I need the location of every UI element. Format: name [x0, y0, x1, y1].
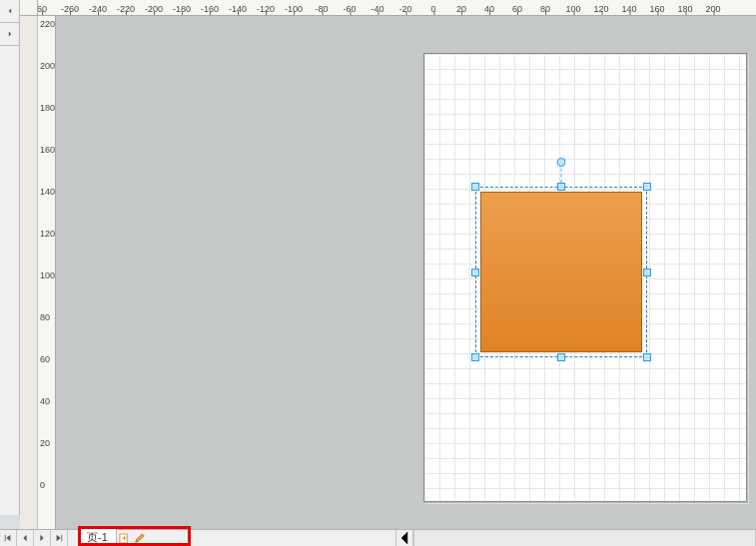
ruler-tick: 140 [621, 4, 636, 14]
ruler-tick: 0 [430, 4, 435, 14]
ruler-tick: 200 [705, 4, 720, 14]
panel-collapse-group [0, 0, 20, 46]
ruler-tick: -100 [285, 4, 303, 14]
resize-handle-middle-left[interactable] [471, 269, 479, 276]
ruler-tick: 100 [565, 4, 580, 14]
selected-shape-rectangle[interactable] [480, 192, 642, 352]
tab-scroll-gap [147, 530, 396, 546]
pencil-icon[interactable] [132, 530, 147, 546]
resize-handle-top-right[interactable] [643, 183, 651, 191]
ruler-tick: -120 [257, 4, 275, 14]
ruler-tick: -140 [229, 4, 247, 14]
ruler-tick: -260 [61, 4, 79, 14]
ruler-tick: -220 [117, 4, 135, 14]
new-page-icon[interactable] [117, 530, 132, 546]
ruler-tick: 160 [649, 4, 664, 14]
resize-handle-top-left[interactable] [471, 183, 479, 191]
resize-handle-bottom-middle[interactable] [557, 353, 565, 361]
ruler-origin-corner[interactable] [20, 0, 38, 16]
ruler-tick: 60 [512, 4, 522, 14]
ruler-tick: 120 [40, 229, 55, 239]
next-page-button[interactable] [34, 530, 51, 546]
expand-right-button[interactable] [0, 23, 19, 46]
page-navigation-bar: 页-1 [0, 529, 756, 546]
ruler-tick: 40 [40, 396, 50, 406]
hscroll-left-button[interactable] [396, 530, 413, 546]
ruler-tick: -60 [343, 4, 356, 14]
ruler-tick: 20 [40, 438, 50, 448]
ruler-tick: 0 [40, 480, 45, 490]
ruler-tick: 80 [540, 4, 550, 14]
resize-handle-bottom-left[interactable] [471, 353, 479, 361]
ruler-tick: -180 [173, 4, 191, 14]
ruler-tick: 100 [40, 271, 55, 280]
left-toolbar [0, 46, 20, 515]
ruler-tick: 120 [593, 4, 608, 14]
ruler-tick: -80 [315, 4, 328, 14]
ruler-tick: -40 [371, 4, 383, 14]
drawing-canvas[interactable] [56, 16, 756, 529]
ruler-tick: 200 [40, 61, 55, 71]
ruler-tick: -160 [201, 4, 219, 14]
ruler-tick: -200 [145, 4, 163, 14]
ruler-tick: 140 [40, 187, 55, 197]
horizontal-scrollbar[interactable] [413, 530, 756, 546]
ruler-tick: 220 [40, 19, 55, 29]
ruler-tick: 40 [484, 4, 494, 14]
page-tab-label: 页-1 [87, 530, 108, 545]
vertical-ruler[interactable]: 220200180160140120100806040200 [38, 16, 56, 529]
ruler-tick: 60 [38, 4, 47, 14]
horizontal-ruler[interactable]: 60-260-240-220-200-180-160-140-120-100-8… [38, 0, 756, 16]
ruler-tick: 20 [456, 4, 466, 14]
ruler-tick: -20 [398, 4, 411, 14]
resize-handle-bottom-right[interactable] [643, 353, 651, 361]
ruler-tick: 80 [40, 312, 50, 322]
prev-page-button[interactable] [17, 530, 34, 546]
left-gutter [20, 16, 38, 529]
page-tab-1[interactable]: 页-1 [78, 529, 117, 546]
ruler-tick: 160 [40, 145, 55, 155]
resize-handle-top-middle[interactable] [557, 183, 565, 191]
ruler-tick: 60 [40, 354, 50, 364]
ruler-tick: 180 [40, 103, 55, 113]
resize-handle-middle-right[interactable] [643, 269, 651, 276]
last-page-button[interactable] [51, 530, 68, 546]
first-page-button[interactable] [0, 530, 17, 546]
ruler-tick: -240 [89, 4, 107, 14]
collapse-left-button[interactable] [0, 0, 19, 23]
page-tabs-area: 页-1 [78, 530, 147, 546]
ruler-tick: 180 [677, 4, 692, 14]
